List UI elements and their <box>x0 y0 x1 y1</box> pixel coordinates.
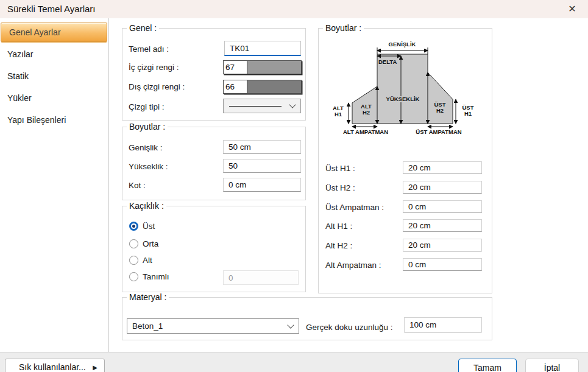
continuous-foundation-settings-dialog: Sürekli Temel Ayarları ✕ Genel Ayarlar Y… <box>0 0 588 372</box>
yukseklik-label: Yükseklik : <box>129 161 168 172</box>
radio-orta[interactable] <box>129 239 138 248</box>
genel-group-legend: Genel : <box>127 23 159 33</box>
alt-ampatman-input[interactable] <box>403 258 482 271</box>
ic-cizgi-rengi-label: İç çizgi rengi : <box>129 62 179 72</box>
ust-ampatman-input[interactable] <box>403 200 482 213</box>
radio-tanimli-label[interactable]: Tanımlı <box>143 272 169 282</box>
ic-cizgi-rengi-number[interactable] <box>224 61 247 74</box>
flyout-arrow-icon: ▶ <box>93 358 97 372</box>
svg-text:H1: H1 <box>464 110 472 117</box>
sidebar-item-statik[interactable]: Statik <box>7 71 29 82</box>
materyal-dropdown[interactable]: Beton_1 <box>127 318 299 334</box>
sidebar-item-yukler[interactable]: Yükler <box>7 93 32 104</box>
dis-cizgi-rengi-number[interactable] <box>224 80 247 93</box>
radio-ust-label[interactable]: Üst <box>143 221 155 231</box>
yukseklik-diagram-label: YÜKSEKLİK <box>386 96 420 102</box>
sidebar-item-yapi-bilesenleri[interactable]: Yapı Bileşenleri <box>7 114 66 125</box>
ic-cizgi-rengi-swatch[interactable] <box>247 61 301 74</box>
genislik-label: Genişlik : <box>129 142 163 153</box>
ust-h1-input[interactable] <box>403 161 482 174</box>
svg-text:H2: H2 <box>436 107 444 114</box>
line-type-preview <box>229 106 282 107</box>
radio-orta-label[interactable]: Orta <box>143 239 158 249</box>
alt-ampatman-label: Alt Ampatman : <box>325 260 381 270</box>
temel-adi-input[interactable] <box>224 41 301 56</box>
alt-h2-label: Alt H2 : <box>325 240 352 251</box>
ust-h2-label: Üst H2 : <box>325 183 355 193</box>
cancel-button[interactable]: İptal <box>525 359 579 372</box>
cizgi-tipi-label: Çizgi tipi : <box>129 102 165 112</box>
yukseklik-input[interactable] <box>223 159 301 173</box>
temel-adi-label: Temel adı : <box>129 44 169 54</box>
chevron-down-icon <box>289 101 296 108</box>
close-icon[interactable]: ✕ <box>561 0 584 18</box>
sidebar-item-yazilar[interactable]: Yazılar <box>7 49 34 60</box>
materyal-dropdown-value: Beton_1 <box>132 319 163 333</box>
dis-cizgi-rengi-label: Dış çizgi rengi : <box>129 82 185 92</box>
radio-ust[interactable] <box>129 222 138 231</box>
alt-h1-label: Alt H1 : <box>325 221 352 231</box>
cizgi-tipi-dropdown[interactable] <box>223 99 301 113</box>
dis-cizgi-rengi-swatch[interactable] <box>247 80 301 93</box>
gercek-doku-input[interactable] <box>404 317 482 332</box>
footer-bar: Sık kullanılanlar... ▶ Tamam İptal <box>0 352 588 372</box>
alt-h2-input[interactable] <box>403 239 482 251</box>
alt-ampatman-diagram-label: ALT AMPATMAN <box>343 128 388 135</box>
favorites-button-label: Sık kullanılanlar... <box>19 359 86 372</box>
ust-h2-input[interactable] <box>403 181 482 194</box>
genislik-diagram-label: GENİŞLİK <box>389 41 416 47</box>
svg-text:H2: H2 <box>363 109 370 116</box>
titlebar: Sürekli Temel Ayarları ✕ <box>0 0 588 18</box>
foundation-section-diagram: GENİŞLİK DELTA YÜKSEKLİK ALT H2 ÜST H2 A… <box>329 34 487 138</box>
dialog-title: Sürekli Temel Ayarları <box>7 0 96 18</box>
ust-ampatman-diagram-label: ÜST AMPATMAN <box>416 128 461 135</box>
ok-button[interactable]: Tamam <box>458 359 517 372</box>
kot-label: Kot : <box>129 180 146 191</box>
materyal-group-legend: Materyal : <box>127 292 169 302</box>
tanimli-input <box>223 270 299 285</box>
svg-text:H1: H1 <box>335 111 342 118</box>
ust-h1-label: Üst H1 : <box>325 163 355 174</box>
sidebar: Genel Ayarlar Yazılar Statik Yükler Yapı… <box>0 18 109 352</box>
boyutlar-detay-group-legend: Boyutlar : <box>323 23 364 33</box>
ic-cizgi-rengi-control[interactable] <box>223 60 302 74</box>
kacilik-group-legend: Kaçıklık : <box>127 201 166 211</box>
sidebar-item-genel-ayarlar[interactable]: Genel Ayarlar <box>1 23 107 42</box>
radio-tanimli[interactable] <box>129 272 138 281</box>
ust-ampatman-label: Üst Ampatman : <box>325 202 384 212</box>
gercek-doku-label: Gerçek doku uzunluğu : <box>306 322 393 332</box>
radio-alt[interactable] <box>129 256 138 265</box>
radio-alt-label[interactable]: Alt <box>143 255 152 265</box>
kot-input[interactable] <box>223 178 301 192</box>
delta-diagram-label: DELTA <box>378 58 397 65</box>
chevron-down-icon <box>287 321 294 328</box>
dis-cizgi-rengi-control[interactable] <box>223 80 302 94</box>
alt-h1-input[interactable] <box>403 219 482 232</box>
favorites-button[interactable]: Sık kullanılanlar... ▶ <box>5 359 105 372</box>
genislik-input[interactable] <box>223 140 301 154</box>
boyutlar-group-legend: Boyutlar : <box>127 122 168 132</box>
